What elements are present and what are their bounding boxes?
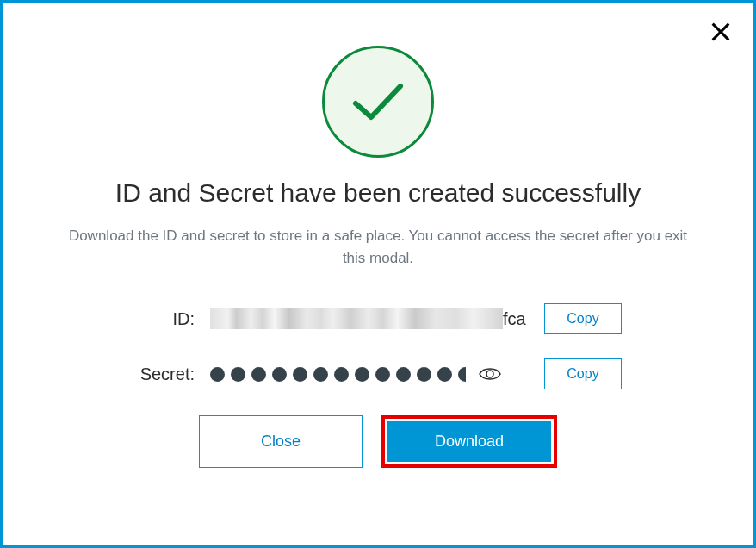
svg-point-2: [486, 371, 493, 377]
modal-title: ID and Secret have been created successf…: [46, 178, 710, 208]
close-button[interactable]: Close: [199, 415, 363, 468]
id-redacted-portion: [210, 308, 503, 329]
download-button[interactable]: Download: [387, 421, 551, 462]
modal-dialog: ID and Secret have been created successf…: [0, 0, 756, 548]
id-row: ID: fca Copy: [46, 303, 710, 334]
success-check-icon: [322, 46, 434, 158]
secret-value: [210, 365, 529, 383]
modal-footer-buttons: Close Download: [46, 415, 710, 468]
id-visible-suffix: fca: [503, 309, 526, 329]
secret-masked-dots: [210, 367, 466, 382]
download-highlight: Download: [381, 415, 557, 468]
modal-subtext: Download the ID and secret to store in a…: [59, 225, 697, 269]
secret-row: Secret: Copy: [46, 358, 710, 389]
id-value: fca: [210, 308, 529, 329]
secret-label: Secret:: [134, 364, 195, 384]
copy-secret-button[interactable]: Copy: [544, 358, 622, 389]
reveal-secret-eye-icon[interactable]: [478, 365, 502, 383]
copy-id-button[interactable]: Copy: [544, 303, 622, 334]
close-icon[interactable]: [709, 20, 733, 44]
id-label: ID:: [134, 309, 195, 329]
